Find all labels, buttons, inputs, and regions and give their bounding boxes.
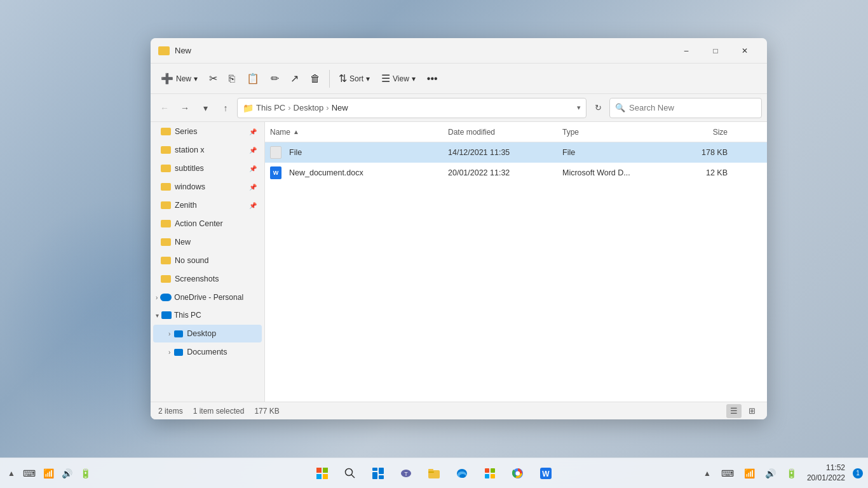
column-type[interactable]: Type bbox=[562, 128, 664, 137]
sidebar-item-action-center[interactable]: Action Center bbox=[153, 215, 262, 233]
battery-status-icon[interactable]: 🔋 bbox=[783, 466, 799, 481]
this-pc-icon bbox=[161, 311, 172, 319]
list-view-button[interactable]: ☰ bbox=[726, 404, 742, 418]
documents-icon bbox=[174, 349, 183, 356]
taskbar-overflow-button[interactable]: ▲ bbox=[5, 466, 18, 480]
system-clock[interactable]: 11:52 20/01/2022 bbox=[804, 463, 848, 483]
sidebar-item-zenith[interactable]: Zenith 📌 bbox=[153, 196, 262, 214]
delete-button[interactable]: 🗑 bbox=[305, 67, 325, 90]
copy-button[interactable]: ⎘ bbox=[224, 67, 240, 90]
paste-button[interactable]: 📋 bbox=[241, 67, 264, 90]
folder-icon bbox=[161, 201, 171, 209]
forward-button[interactable]: → bbox=[176, 99, 194, 117]
minimize-button[interactable]: – bbox=[672, 41, 701, 61]
onedrive-icon bbox=[160, 294, 172, 301]
new-button[interactable]: ➕ New ▾ bbox=[156, 67, 203, 90]
taskbar-start-button[interactable] bbox=[309, 461, 335, 486]
taskbar-chrome-button[interactable] bbox=[505, 461, 531, 486]
svg-line-5 bbox=[351, 475, 355, 478]
notification-badge[interactable]: 1 bbox=[853, 468, 863, 478]
svg-point-24 bbox=[516, 471, 520, 475]
onedrive-section[interactable]: › OneDrive - Personal bbox=[151, 288, 264, 306]
column-date[interactable]: Date modified bbox=[448, 128, 562, 137]
svg-rect-13 bbox=[428, 471, 434, 473]
window-controls: – □ ✕ bbox=[672, 41, 759, 61]
path-desktop: Desktop bbox=[294, 103, 324, 112]
wifi-status-icon[interactable]: 📶 bbox=[742, 466, 757, 481]
expand-chevron-icon: › bbox=[168, 349, 170, 356]
sidebar-item-new[interactable]: New bbox=[153, 233, 262, 251]
sidebar-item-subtitles[interactable]: subtitles 📌 bbox=[153, 159, 262, 177]
svg-rect-21 bbox=[491, 474, 495, 478]
search-box: 🔍 bbox=[609, 98, 762, 118]
back-button[interactable]: ← bbox=[156, 99, 173, 117]
taskbar-search-button[interactable] bbox=[337, 461, 363, 486]
sidebar-item-desktop[interactable]: › Desktop bbox=[153, 325, 262, 342]
folder-icon bbox=[161, 165, 171, 172]
sidebar-item-stationx[interactable]: station x 📌 bbox=[153, 141, 262, 159]
folder-icon bbox=[161, 128, 171, 135]
toolbar: ➕ New ▾ ✂ ⎘ 📋 ✏ ↗ 🗑 ⇅ Sort ▾ ☰ View bbox=[151, 64, 767, 94]
battery-icon[interactable]: 🔋 bbox=[78, 466, 93, 481]
file-date-cell: 20/01/2022 11:32 bbox=[448, 168, 562, 177]
paste-icon: 📋 bbox=[247, 72, 259, 85]
taskbar-widgets-button[interactable] bbox=[365, 461, 391, 486]
wifi-icon[interactable]: 📶 bbox=[41, 466, 57, 481]
svg-text:W: W bbox=[542, 470, 550, 478]
address-bar: ← → ▾ ↑ 📁 This PC › Desktop › New ▾ ↻ 🔍 bbox=[151, 94, 767, 122]
search-input[interactable] bbox=[629, 103, 756, 112]
view-button[interactable]: ☰ View ▾ bbox=[376, 67, 421, 90]
more-button[interactable]: ••• bbox=[422, 67, 443, 90]
file-size-cell: 178 KB bbox=[664, 148, 728, 157]
keyboard-layout-icon[interactable]: ⌨ bbox=[719, 466, 736, 481]
cut-button[interactable]: ✂ bbox=[204, 67, 222, 90]
search-icon: 🔍 bbox=[615, 103, 625, 112]
sidebar-item-series[interactable]: Series 📌 bbox=[153, 123, 262, 140]
taskbar-edge-button[interactable] bbox=[449, 461, 475, 486]
keyboard-icon[interactable]: ⌨ bbox=[20, 466, 38, 481]
taskbar-word-button[interactable]: W bbox=[533, 461, 559, 486]
close-button[interactable]: ✕ bbox=[730, 41, 759, 61]
main-content: Series 📌 station x 📌 subtitles 📌 windows… bbox=[151, 122, 767, 402]
path-sep-2: › bbox=[326, 103, 329, 112]
folder-icon bbox=[161, 220, 171, 227]
this-pc-section[interactable]: ▾ This PC bbox=[151, 306, 264, 324]
volume-icon[interactable]: 🔊 bbox=[59, 466, 75, 481]
cut-icon: ✂ bbox=[209, 72, 217, 85]
svg-rect-1 bbox=[323, 468, 328, 473]
explorer-window: New – □ ✕ ➕ New ▾ ✂ ⎘ 📋 ✏ ↗ 🗑 bbox=[151, 38, 767, 419]
address-path-bar[interactable]: 📁 This PC › Desktop › New ▾ bbox=[237, 98, 587, 118]
taskbar-files-button[interactable] bbox=[421, 461, 447, 486]
taskbar-chat-button[interactable]: T bbox=[393, 461, 419, 486]
maximize-button[interactable]: □ bbox=[701, 41, 730, 61]
sort-button[interactable]: ⇅ Sort ▾ bbox=[334, 67, 375, 90]
rename-button[interactable]: ✏ bbox=[266, 67, 284, 90]
volume-status-icon[interactable]: 🔊 bbox=[763, 466, 778, 481]
share-button[interactable]: ↗ bbox=[285, 67, 304, 90]
taskbar-store-button[interactable] bbox=[477, 461, 503, 486]
sidebar-item-no-sound[interactable]: No sound bbox=[153, 252, 262, 269]
path-dropdown-icon: ▾ bbox=[577, 104, 581, 112]
up-button[interactable]: ↑ bbox=[217, 99, 234, 117]
file-name-cell: File bbox=[270, 146, 448, 159]
documents-label: Documents bbox=[187, 348, 227, 356]
view-icon: ☰ bbox=[381, 72, 390, 85]
file-row-2[interactable]: W New_document.docx 20/01/2022 11:32 Mic… bbox=[265, 163, 767, 183]
sidebar-label: station x bbox=[175, 146, 205, 154]
column-name[interactable]: Name ▲ bbox=[270, 128, 448, 137]
sidebar-item-documents[interactable]: › Documents bbox=[153, 343, 262, 361]
sort-asc-icon: ▲ bbox=[293, 128, 299, 135]
svg-rect-18 bbox=[485, 468, 489, 473]
svg-rect-2 bbox=[316, 474, 322, 479]
folder-icon bbox=[161, 238, 171, 246]
grid-view-button[interactable]: ⊞ bbox=[744, 404, 759, 418]
recent-locations-button[interactable]: ▾ bbox=[196, 99, 214, 117]
view-toggles: ☰ ⊞ bbox=[726, 404, 759, 418]
file-size: 12 KB bbox=[706, 168, 728, 177]
file-row-1[interactable]: File 14/12/2021 11:35 File 178 KB bbox=[265, 142, 767, 163]
column-size[interactable]: Size bbox=[664, 128, 728, 137]
system-tray-expand[interactable]: ▲ bbox=[701, 466, 714, 480]
refresh-button[interactable]: ↻ bbox=[589, 99, 607, 117]
sidebar-item-screenshots[interactable]: Screenshots bbox=[153, 270, 262, 288]
sidebar-item-windows[interactable]: windows 📌 bbox=[153, 178, 262, 196]
